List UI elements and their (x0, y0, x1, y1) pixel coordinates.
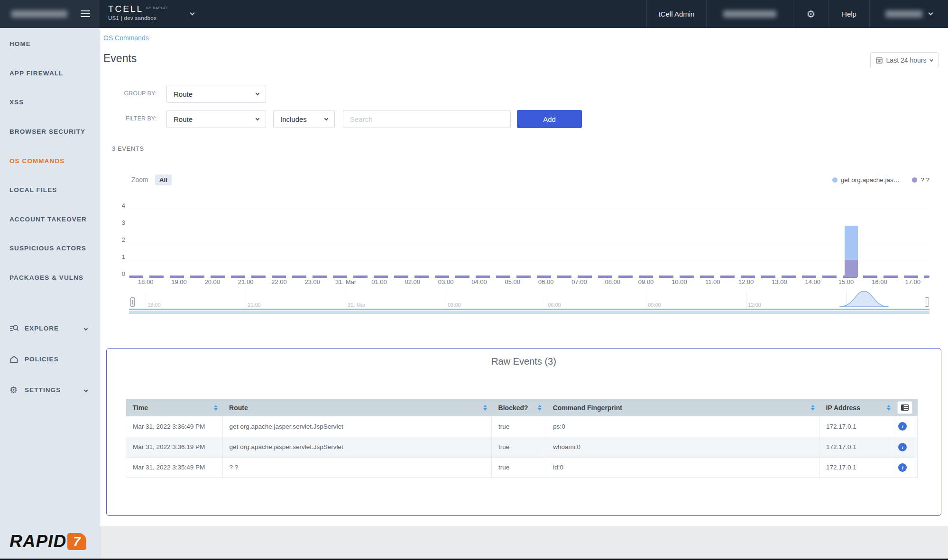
filter-field-select[interactable]: Route (166, 110, 266, 128)
cell-ip-address: 172.17.0.1 (819, 416, 895, 437)
y-gridline (129, 209, 930, 209)
sidebar-item-suspicious-actors[interactable]: SUSPICIOUS ACTORS (0, 234, 100, 263)
sort-arrows-icon[interactable] (483, 405, 487, 411)
cell-route: get org.apache.jasper.servlet.JspServlet (222, 416, 491, 437)
group-by-chevron-down-icon (256, 91, 259, 95)
cell-ip-address: 172.17.0.1 (819, 437, 895, 457)
breadcrumb[interactable]: OS Commands (103, 34, 149, 42)
column-header-command-fingerprint[interactable]: Command Fingerprint (546, 399, 819, 416)
rapid7-logo-seven: 7 (67, 533, 86, 550)
column-header-ip-address[interactable]: IP Address (819, 399, 895, 416)
y-axis-tick-label: 4 (106, 202, 125, 209)
app-switcher-chevron-down-icon[interactable] (190, 11, 194, 16)
sort-arrows-icon[interactable] (214, 405, 218, 411)
legend-item-[interactable]: ? ? (912, 176, 930, 184)
column-label: IP Address (826, 404, 860, 412)
plot-area: 01234 (129, 209, 930, 277)
settings-gear-icon[interactable]: ⚙ (793, 0, 828, 28)
sidebar: HOMEAPP FIREWALLXSSBROWSER SECURITYOS CO… (0, 28, 100, 560)
account-menu[interactable] (706, 0, 793, 28)
sidebar-item-packages-vulns[interactable]: PACKAGES & VULNS (0, 263, 100, 293)
filter-operator-chevron-down-icon (324, 116, 328, 120)
sidebar-item-browser-security[interactable]: BROWSER SECURITY (0, 117, 100, 147)
time-range-button[interactable]: Last 24 hours (870, 52, 939, 68)
sidebar-item-settings[interactable]: ⚙SETTINGS (0, 375, 100, 405)
y-axis-tick-label: 1 (106, 253, 125, 260)
column-header-blocked[interactable]: Blocked? (492, 399, 546, 416)
bar-segment-unknown-route[interactable] (845, 260, 858, 277)
event-details-info-icon[interactable]: i (898, 463, 907, 472)
zoom-all-button[interactable]: All (155, 174, 172, 185)
sidebar-item-label: EXPLORE (25, 325, 59, 332)
cell-time: Mar 31, 2022 3:36:19 PM (126, 437, 223, 457)
by-rapid7-text: BY RAPID7 (146, 3, 167, 14)
user-menu[interactable] (869, 0, 948, 28)
navigator-gridline (246, 292, 246, 309)
sidebar-item-home[interactable]: HOME (0, 29, 100, 59)
navigator-gridline (346, 292, 346, 309)
column-settings-icon[interactable] (897, 401, 912, 414)
cell-details: i (895, 457, 918, 477)
menu-icon[interactable] (81, 10, 90, 19)
filter-operator-select[interactable]: Includes (273, 110, 335, 128)
group-by-select[interactable]: Route (166, 85, 266, 103)
navigator-left-handle[interactable] (130, 297, 135, 307)
filter-search-input[interactable] (343, 110, 511, 128)
cell-blocked: true (492, 416, 546, 437)
x-axis-tick-label: 10:00 (663, 278, 696, 285)
x-axis-tick-label: 18:00 (129, 278, 162, 285)
sidebar-item-label: POLICIES (25, 356, 59, 363)
x-axis-tick-label: 09:00 (629, 278, 663, 285)
cell-details: i (895, 437, 918, 457)
filter-operator-value: Includes (280, 115, 307, 123)
y-gridline (129, 260, 930, 260)
navigator-right-handle[interactable] (925, 297, 929, 307)
settings-gear-icon: ⚙ (9, 386, 20, 395)
product-logo: TCELL BY RAPID7 US1 | dev sandbox (108, 0, 168, 28)
add-filter-button[interactable]: Add (517, 110, 582, 128)
navigator-scrollbar[interactable] (129, 311, 930, 314)
sidebar-item-xss[interactable]: XSS (0, 88, 100, 117)
y-axis-tick-label: 2 (106, 236, 125, 243)
sort-arrows-icon[interactable] (887, 405, 891, 411)
sort-arrows-icon[interactable] (811, 405, 815, 411)
zoom-label: Zoom (131, 176, 148, 184)
bar-segment-jspservlet-route[interactable] (845, 226, 858, 260)
topbar-right: tCell Admin ⚙ Help (646, 0, 948, 28)
cell-command-fingerprint: id:0 (546, 457, 819, 477)
y-axis-tick-label: 3 (106, 219, 125, 226)
sidebar-item-local-files[interactable]: LOCAL FILES (0, 175, 100, 205)
cell-command-fingerprint: whoami:0 (546, 437, 819, 457)
legend-item-get-org-apache-jas[interactable]: get org.apache.jas… (832, 176, 900, 184)
cell-blocked: true (492, 437, 546, 457)
raw-events-panel: Raw Events (3) TimeRouteBlocked?Command … (106, 348, 941, 516)
navigator-tick-label: 18:00 (147, 302, 161, 308)
help-link[interactable]: Help (828, 0, 869, 28)
group-by-value: Route (174, 90, 193, 98)
cell-route: ? ? (222, 457, 491, 477)
sidebar-item-policies[interactable]: POLICIES (0, 344, 100, 375)
sidebar-item-account-takeover[interactable]: ACCOUNT TAKEOVER (0, 205, 100, 234)
navigator-gridline (146, 292, 146, 309)
column-header-route[interactable]: Route (222, 399, 491, 416)
sidebar-item-label: SETTINGS (25, 386, 61, 394)
sidebar-nav: HOMEAPP FIREWALLXSSBROWSER SECURITYOS CO… (0, 28, 100, 292)
tcell-admin-link[interactable]: tCell Admin (646, 0, 706, 28)
rapid7-logo-word: RAPID (9, 532, 66, 551)
time-range-chevron-down-icon (930, 57, 933, 61)
sidebar-item-explore[interactable]: EXPLORE (0, 313, 100, 344)
org-switcher[interactable] (0, 0, 100, 28)
sort-arrows-icon[interactable] (538, 405, 542, 411)
sidebar-item-os-commands[interactable]: OS COMMANDS (0, 146, 100, 175)
y-axis-tick-label: 0 (106, 270, 125, 277)
column-settings-button[interactable] (895, 399, 918, 416)
sidebar-item-app-firewall[interactable]: APP FIREWALL (0, 59, 100, 88)
x-axis-tick-label: 15:00 (829, 278, 863, 285)
chart-navigator[interactable]: 18:0021:0031. Mar03:0006:0009:0012:0015:… (129, 292, 930, 310)
event-details-info-icon[interactable]: i (898, 422, 907, 431)
sidebar-secondary-nav: EXPLOREPOLICIES⚙SETTINGS (0, 313, 100, 405)
footer-strip (100, 526, 948, 560)
x-axis-tick-label: 23:00 (296, 278, 329, 285)
column-header-time[interactable]: Time (126, 399, 223, 416)
event-details-info-icon[interactable]: i (898, 443, 907, 451)
